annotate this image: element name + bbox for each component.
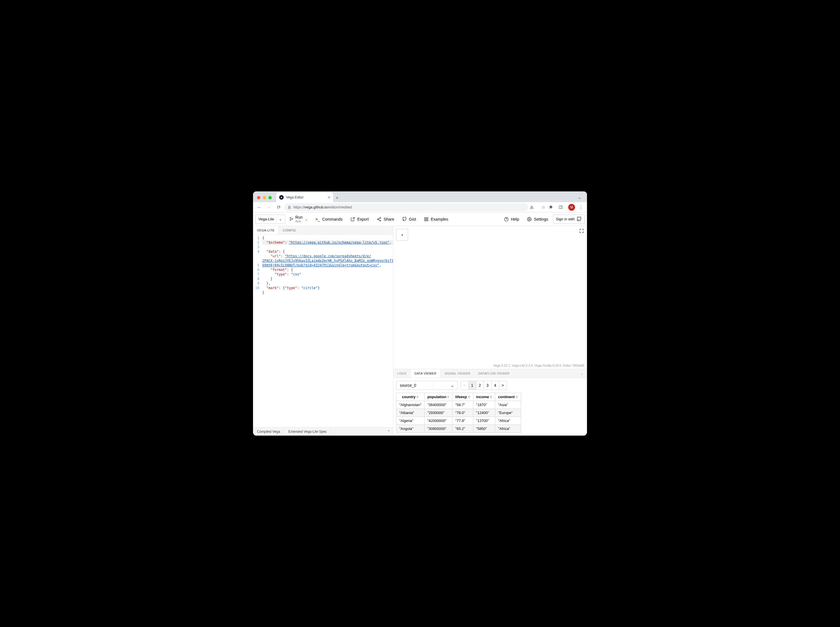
svg-rect-13 xyxy=(427,219,428,221)
window-controls xyxy=(256,196,274,202)
maximize-window[interactable] xyxy=(268,196,272,199)
tab-logs[interactable]: LOGS xyxy=(393,369,410,378)
browser-tab[interactable]: ✦ Vega Editor × xyxy=(276,192,333,202)
app-toolbar: Vega-Lite ⌄ Run Auto ⌄ >_ Commands Expor… xyxy=(253,213,587,226)
minimize-window[interactable] xyxy=(263,196,266,199)
line-gutter: 1234 5678910 xyxy=(253,235,262,427)
table-cell: "Algeria" xyxy=(396,417,424,425)
help-button[interactable]: Help xyxy=(501,215,523,224)
mode-select[interactable]: Vega-Lite ⌄ xyxy=(255,215,285,224)
svg-point-16 xyxy=(529,219,530,220)
fullscreen-button[interactable] xyxy=(579,228,584,233)
col-income[interactable]: income⚲ xyxy=(473,393,495,401)
col-continent[interactable]: continent⚲ xyxy=(495,393,521,401)
new-tab-button[interactable]: + xyxy=(333,195,341,202)
page-next[interactable]: > xyxy=(499,381,507,390)
gist-button[interactable]: Gist xyxy=(399,215,419,224)
col-country[interactable]: country⚲ xyxy=(396,393,424,401)
tab-signal-viewer[interactable]: SIGNAL VIEWER xyxy=(441,369,474,378)
reload-button[interactable]: ⟳ xyxy=(274,205,282,210)
settings-label: Settings xyxy=(534,217,548,222)
page-4[interactable]: 4 xyxy=(491,381,499,390)
table-row: "Afghanistan""36400000""58.7""1870""Asia… xyxy=(396,401,521,409)
back-button[interactable]: ← xyxy=(255,205,263,210)
forward-button[interactable]: → xyxy=(265,205,273,210)
table-row: "Algeria""42000000""77.9""13700""Africa" xyxy=(396,417,521,425)
github-icon xyxy=(402,217,407,222)
chevron-down-icon[interactable]: ⌄ xyxy=(304,216,308,222)
lock-icon xyxy=(288,206,291,209)
tab-dropdown-icon[interactable]: ⌄ xyxy=(575,195,584,202)
commands-label: Commands xyxy=(322,217,343,222)
table-cell: "Africa" xyxy=(495,417,521,425)
table-cell: "Afghanistan" xyxy=(396,401,424,409)
tab-title: Vega Editor xyxy=(286,195,326,199)
viz-area: Vega 5.22.1, Vega-Lite 5.2.0, Vega-Toolt… xyxy=(393,226,587,369)
table-cell: "12400" xyxy=(473,409,495,417)
content-area: VEGA-LITE CONFIG 1234 5678910 { "$schema… xyxy=(253,226,587,436)
commands-button[interactable]: >_ Commands xyxy=(312,215,346,224)
close-tab-icon[interactable]: × xyxy=(328,195,330,200)
page-1[interactable]: 1 xyxy=(468,381,476,390)
col-lifeexp[interactable]: lifeexp⚲ xyxy=(452,393,473,401)
help-label: Help xyxy=(511,217,519,222)
editor-tabs: VEGA-LITE CONFIG xyxy=(253,226,393,235)
browser-window: ✦ Vega Editor × + ⌄ ← → ⟳ https://vega.g… xyxy=(253,191,587,436)
menu-icon[interactable]: ⋮ xyxy=(577,205,585,210)
svg-rect-11 xyxy=(427,217,428,219)
page-2[interactable]: 2 xyxy=(476,381,484,390)
extended-spec-button[interactable]: Extended Vega-Lite Spec xyxy=(284,427,331,436)
svg-point-7 xyxy=(380,220,381,221)
table-cell: "30800000" xyxy=(424,425,452,433)
run-label: Run xyxy=(295,215,303,219)
compiled-vega-button[interactable]: Compiled Vega xyxy=(253,427,284,436)
page-3[interactable]: 3 xyxy=(484,381,492,390)
data-controls: source_0 ⌄ <1234> xyxy=(393,378,587,392)
table-cell: "42000000" xyxy=(424,417,452,425)
signin-label: Sign in with xyxy=(556,217,575,221)
chevron-down-icon: ⌄ xyxy=(279,217,282,221)
close-window[interactable] xyxy=(257,196,260,199)
collapse-icon[interactable]: ⌃ xyxy=(385,430,393,433)
tab-data-viewer[interactable]: DATA VIEWER xyxy=(410,369,441,378)
tab-config[interactable]: CONFIG xyxy=(279,226,300,234)
source-label: source_0 xyxy=(400,383,416,388)
svg-point-6 xyxy=(377,219,378,220)
table-cell: "1870" xyxy=(473,401,495,409)
gear-icon xyxy=(527,217,532,222)
bookmark-icon[interactable]: ☆ xyxy=(539,205,547,210)
examples-button[interactable]: Examples xyxy=(421,215,452,224)
code-area[interactable]: { "$schema": "https://vega.github.io/sch… xyxy=(262,235,393,427)
favicon-icon: ✦ xyxy=(279,195,284,200)
col-population[interactable]: population⚲ xyxy=(424,393,452,401)
extensions-icon[interactable] xyxy=(549,205,557,209)
circle-mark xyxy=(402,234,403,236)
table-cell: "58.7" xyxy=(452,401,473,409)
examples-label: Examples xyxy=(431,217,448,222)
gist-label: Gist xyxy=(409,217,416,222)
share-button[interactable]: Share xyxy=(374,215,397,224)
code-editor[interactable]: 1234 5678910 { "$schema": "https://vega.… xyxy=(253,235,393,427)
table-cell: "5850" xyxy=(473,425,495,433)
tab-dataflow-viewer[interactable]: DATAFLOW VIEWER xyxy=(474,369,514,378)
svg-marker-4 xyxy=(290,217,293,221)
settings-button[interactable]: Settings xyxy=(524,215,552,224)
svg-line-8 xyxy=(378,218,380,219)
help-icon xyxy=(504,217,509,222)
table-cell: "65.2" xyxy=(452,425,473,433)
table-cell: "Asia" xyxy=(495,401,521,409)
collapse-debug-icon[interactable]: ⌄ xyxy=(577,369,587,378)
page-prev[interactable]: < xyxy=(460,381,468,390)
share-page-icon[interactable] xyxy=(530,205,537,209)
url-input[interactable]: https://vega.github.io/editor/#/edited xyxy=(284,203,528,211)
editor-footer: Compiled Vega Extended Vega-Lite Spec ⌃ xyxy=(253,427,393,436)
export-button[interactable]: Export xyxy=(347,215,372,224)
profile-avatar[interactable]: M xyxy=(568,204,575,211)
run-button[interactable]: Run Auto ⌄ xyxy=(286,215,311,223)
tab-vega-lite[interactable]: VEGA-LITE xyxy=(253,226,279,234)
side-panel-icon[interactable] xyxy=(559,205,567,209)
signin-button[interactable]: Sign in with xyxy=(553,215,585,224)
table-cell: "77.9" xyxy=(452,417,473,425)
source-select[interactable]: source_0 ⌄ xyxy=(396,381,458,390)
svg-rect-2 xyxy=(559,206,562,209)
